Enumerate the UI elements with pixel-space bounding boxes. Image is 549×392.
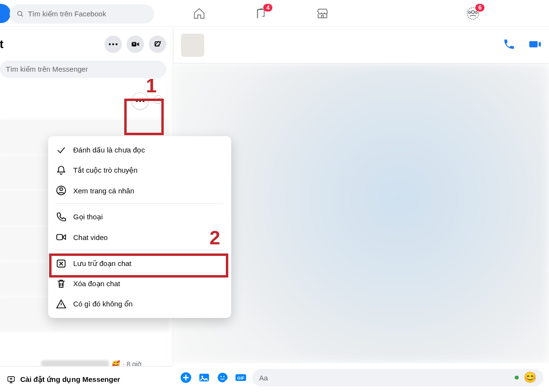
emoji-picker-button[interactable]: 😊	[523, 371, 536, 384]
phone-icon	[56, 212, 66, 222]
groups-icon[interactable]: 6	[466, 7, 480, 20]
svg-text:GIF: GIF	[237, 376, 245, 380]
dots-icon	[109, 43, 118, 45]
install-messenger-button[interactable]: Cài đặt ứng dụng Messenger	[0, 366, 173, 392]
menu-item-label: Chat video	[73, 233, 108, 241]
svg-point-4	[469, 12, 471, 13]
menu-item-label: Xóa đoạn chat	[73, 279, 120, 288]
facebook-search-input[interactable]: Tìm kiếm trên Facebook	[10, 4, 154, 24]
svg-point-20	[223, 376, 225, 378]
pages-badge: 4	[263, 4, 273, 12]
home-icon[interactable]	[193, 7, 206, 20]
new-message-button[interactable]	[149, 36, 166, 53]
search-icon	[16, 10, 24, 18]
marketplace-icon[interactable]	[316, 7, 329, 20]
user-icon	[56, 185, 66, 196]
svg-point-0	[18, 12, 22, 16]
svg-point-19	[221, 376, 222, 378]
annotation-box-2	[49, 253, 228, 278]
open-actions-button[interactable]	[179, 371, 193, 384]
svg-point-18	[201, 376, 203, 378]
menu-item-label: Xem trang cá nhân	[73, 187, 134, 195]
video-icon	[56, 232, 66, 242]
pages-icon[interactable]: 4	[254, 7, 268, 20]
annotation-number-1: 1	[146, 75, 157, 97]
top-center-nav: 4	[193, 0, 329, 26]
menu-item-label: Gọi thoại	[73, 213, 103, 221]
check-icon	[56, 145, 66, 155]
facebook-logo[interactable]	[0, 4, 11, 23]
menu-item-label: Đánh dấu là chưa đọc	[73, 146, 145, 154]
annotation-number-2: 2	[209, 227, 220, 249]
trash-icon	[56, 278, 66, 289]
svg-point-5	[475, 12, 477, 13]
svg-point-3	[471, 11, 474, 13]
menu-separator	[56, 250, 223, 251]
svg-rect-12	[57, 235, 63, 240]
chat-options-button[interactable]	[105, 36, 122, 53]
menu-voice-call[interactable]: Gọi thoại	[48, 207, 231, 227]
menu-mute[interactable]: Tắt cuộc trò chuyện	[48, 160, 231, 180]
chat-title: at	[0, 38, 3, 51]
svg-point-11	[60, 188, 63, 190]
sticker-button[interactable]	[216, 371, 229, 384]
video-call-button[interactable]	[529, 38, 541, 52]
groups-badge: 6	[475, 4, 484, 12]
bell-icon	[56, 165, 66, 176]
download-icon	[7, 375, 15, 384]
new-room-button[interactable]	[127, 36, 144, 53]
voice-call-button[interactable]	[503, 38, 515, 52]
menu-separator	[56, 203, 223, 204]
menu-video-chat[interactable]: Chat video	[48, 227, 231, 247]
messenger-search-placeholder: Tìm kiếm trên Messenger	[6, 65, 88, 74]
install-messenger-label: Cài đặt ứng dụng Messenger	[20, 375, 120, 384]
annotation-box-1	[124, 99, 164, 135]
menu-mark-unread[interactable]: Đánh dấu là chưa đọc	[48, 140, 231, 160]
top-navigation: Tìm kiếm trên Facebook 4 6	[0, 0, 549, 27]
menu-view-profile[interactable]: Xem trang cá nhân	[48, 180, 231, 201]
menu-item-label: Có gì đó không ổn	[73, 300, 132, 308]
messenger-search-input[interactable]: Tìm kiếm trên Messenger	[0, 61, 166, 78]
message-input-placeholder: Aa	[259, 374, 268, 382]
message-input[interactable]: Aa 😊	[252, 369, 543, 386]
message-composer: GIF Aa 😊	[173, 363, 549, 392]
svg-line-1	[21, 15, 23, 16]
gif-button[interactable]: GIF	[234, 371, 248, 384]
conversation-avatar[interactable]	[181, 34, 204, 57]
svg-rect-16	[185, 375, 187, 380]
conversation-context-menu: Đánh dấu là chưa đọc Tắt cuộc trò chuyện…	[48, 136, 231, 318]
active-status-dot	[515, 376, 519, 379]
warning-icon	[56, 299, 66, 309]
menu-item-label: Tắt cuộc trò chuyện	[73, 166, 138, 175]
svg-rect-8	[134, 43, 134, 45]
attach-image-button[interactable]	[197, 371, 211, 384]
conversation-header	[173, 27, 549, 63]
menu-report[interactable]: Có gì đó không ổn	[48, 294, 231, 314]
facebook-search-placeholder: Tìm kiếm trên Facebook	[28, 10, 106, 18]
